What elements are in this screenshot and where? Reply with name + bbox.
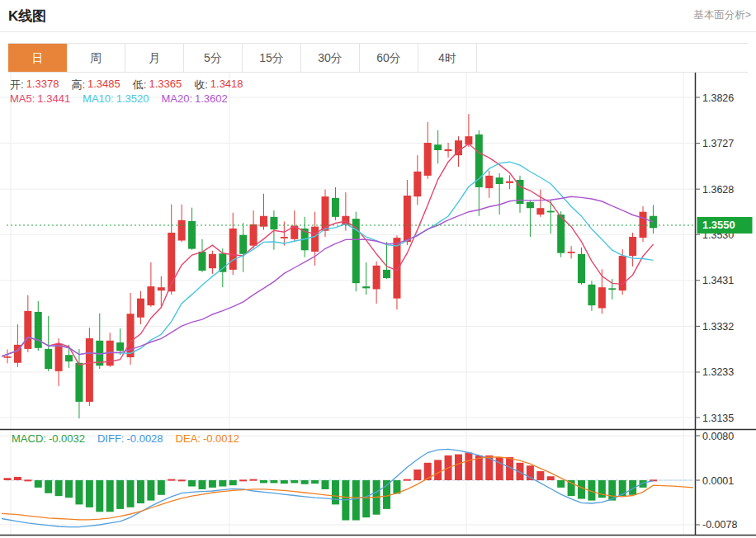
ma20-label: MA20: xyxy=(161,92,192,105)
diff-label: DIFF: xyxy=(97,432,125,445)
macd-value: -0.0032 xyxy=(49,432,85,445)
svg-text:1.3628: 1.3628 xyxy=(702,184,734,196)
svg-text:-0.0078: -0.0078 xyxy=(702,519,737,531)
candle-wick-layer xyxy=(7,114,653,418)
high-label: 高: xyxy=(71,78,85,92)
svg-text:0.0080: 0.0080 xyxy=(702,431,734,442)
low-label: 低: xyxy=(133,78,147,92)
close-value: 1.3418 xyxy=(210,78,243,92)
open-label: 开: xyxy=(10,78,24,92)
current-price-tag: 1.3550 xyxy=(697,217,753,234)
svg-text:1.3332: 1.3332 xyxy=(702,321,734,333)
low-value: 1.3365 xyxy=(149,78,182,92)
svg-text:1.3431: 1.3431 xyxy=(702,275,734,286)
svg-text:1.3826: 1.3826 xyxy=(702,92,734,104)
diff-value: -0.0028 xyxy=(126,432,163,445)
ohlc-legend: 开:1.3378 高:1.3485 低:1.3365 收:1.3418 xyxy=(10,78,243,92)
macd-legend: MACD:-0.0032 DIFF:-0.0028 DEA:-0.0012 xyxy=(12,432,239,445)
high-value: 1.3485 xyxy=(87,78,120,92)
svg-text:1.3233: 1.3233 xyxy=(702,366,734,378)
svg-text:0.0001: 0.0001 xyxy=(702,475,734,487)
ma20-value: 1.3602 xyxy=(195,92,228,105)
macd-label: MACD: xyxy=(12,432,46,445)
close-label: 收: xyxy=(194,78,208,92)
ma10-label: MA10: xyxy=(83,92,114,105)
ma5-label: MA5: xyxy=(10,92,35,105)
svg-text:1.3727: 1.3727 xyxy=(702,138,734,149)
ma5-value: 1.3441 xyxy=(37,92,70,105)
svg-text:1.3550: 1.3550 xyxy=(702,219,735,231)
ma10-value: 1.3520 xyxy=(116,92,149,105)
dea-label: DEA: xyxy=(176,432,201,445)
dea-value: -0.0012 xyxy=(203,432,239,445)
open-value: 1.3378 xyxy=(26,78,59,92)
ma-legend: MA5:1.3441 MA10:1.3520 MA20:1.3602 xyxy=(10,92,228,105)
axis-frame xyxy=(0,73,756,536)
price-axis-labels: 1.38261.37271.36281.35301.34311.33321.32… xyxy=(695,92,737,531)
svg-text:1.3135: 1.3135 xyxy=(702,413,734,424)
macd-histogram-layer xyxy=(4,453,657,521)
